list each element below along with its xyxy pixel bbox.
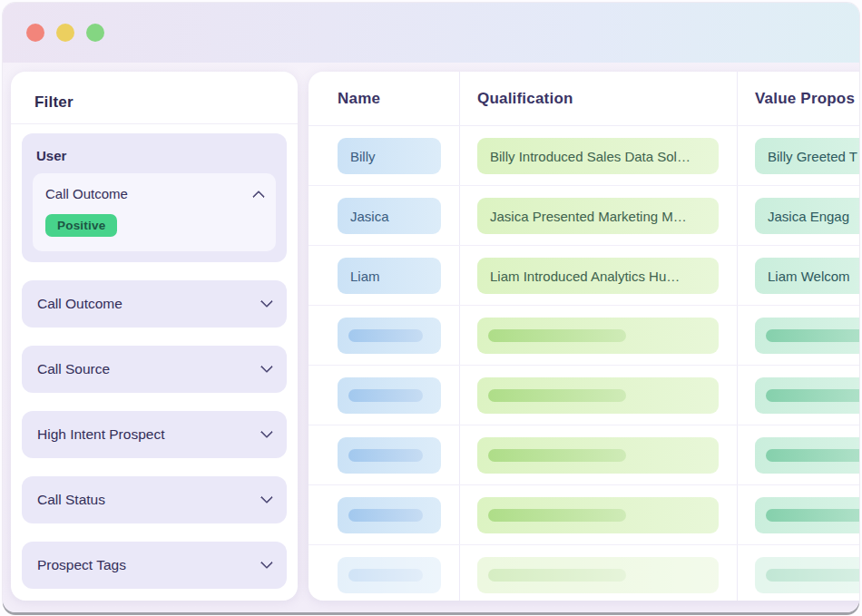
sidebar-item-high-intent-prospect[interactable]: High Intent Prospect [22,411,287,458]
table-row[interactable]: Liam Liam Introduced Analytics Hu… Liam … [309,246,859,306]
filter-call-outcome-label: Call Outcome [45,186,128,201]
table-row[interactable]: Billy Billy Introduced Sales Data Sol… B… [309,126,859,186]
section-label: High Intent Prospect [37,426,164,443]
column-header-qualification: Qualification [477,72,573,126]
filter-group-user-label: User [36,148,276,163]
close-button[interactable] [26,24,44,42]
name-cell[interactable]: Liam [338,258,441,294]
sidebar-item-call-outcome[interactable]: Call Outcome [22,280,287,328]
chevron-down-icon [260,556,273,569]
section-label: Call Status [37,492,105,508]
value-proposition-cell[interactable]: Jasica Engag [755,198,859,234]
prospects-table: Name Qualification Value Propos Billy Bi… [309,72,859,601]
maximize-button[interactable] [86,24,104,42]
qualification-cell[interactable]: Liam Introduced Analytics Hu… [477,258,719,294]
sidebar-title: Filter [11,72,298,123]
table-row[interactable]: Jasica Jasica Presented Marketing M… Jas… [309,186,859,246]
qualification-cell[interactable]: Billy Introduced Sales Data Sol… [477,138,719,174]
chevron-down-icon [260,491,273,504]
section-label: Call Source [37,361,110,377]
column-header-name: Name [338,72,380,126]
name-cell[interactable]: Jasica [338,198,441,234]
section-label: Call Outcome [37,296,122,312]
table-row-loading [309,425,859,485]
table-row-loading [309,306,859,366]
table-row-loading [309,545,859,601]
chevron-down-icon [260,425,273,438]
qualification-cell[interactable]: Jasica Presented Marketing M… [477,198,719,234]
sidebar-item-call-source[interactable]: Call Source [22,346,287,393]
filter-group-user: User Call Outcome Positive [22,133,287,262]
chevron-down-icon [260,295,273,308]
sidebar-item-prospect-tags[interactable]: Prospect Tags [22,542,287,589]
table-row-loading [309,366,859,425]
filter-call-outcome-expanded[interactable]: Call Outcome Positive [33,173,276,251]
app-window: Filter User Call Outcome Positive Call O… [3,3,859,612]
minimize-button[interactable] [56,24,74,42]
value-proposition-cell[interactable]: Liam Welcom [755,258,859,294]
chevron-up-icon[interactable] [252,190,265,202]
window-titlebar [3,3,859,63]
table-header: Name Qualification Value Propos [309,72,859,126]
value-proposition-cell[interactable]: Billy Greeted T [755,138,859,174]
chevron-down-icon [260,360,273,373]
column-header-value-proposition: Value Propos [755,72,855,126]
table-row-loading [309,485,859,545]
section-label: Prospect Tags [37,557,126,573]
positive-badge[interactable]: Positive [45,214,117,237]
sidebar-item-call-status[interactable]: Call Status [22,476,287,523]
name-cell[interactable]: Billy [338,138,441,174]
filter-sidebar: Filter User Call Outcome Positive Call O… [11,72,298,601]
